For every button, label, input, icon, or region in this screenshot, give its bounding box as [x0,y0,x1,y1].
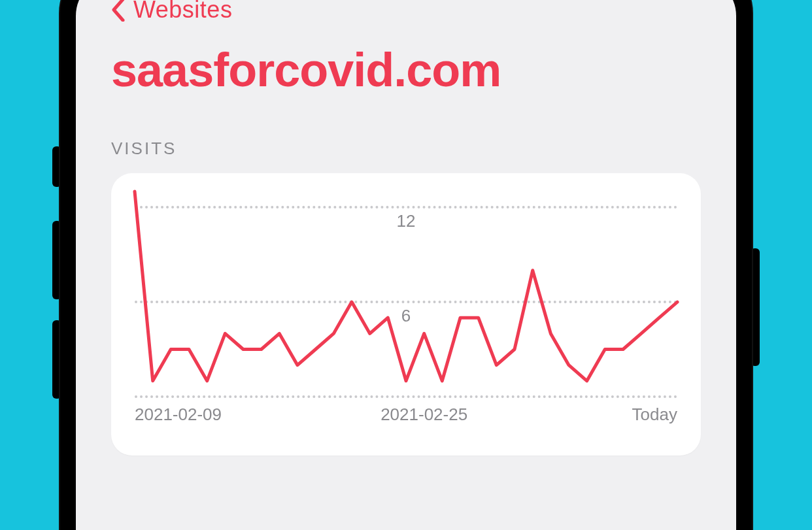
chevron-left-icon [111,0,126,22]
chart-x-tick-label: Today [632,405,677,425]
chart-line [135,191,677,397]
section-label: VISITS [76,97,736,159]
screen: Websites saasforcovid.com VISITS 612 202… [76,0,736,530]
back-button[interactable]: Websites [76,0,267,24]
back-label: Websites [133,0,232,24]
phone-side-button [751,248,760,366]
page-title: saasforcovid.com [76,24,736,97]
chart-x-tick-label: 2021-02-09 [135,405,222,425]
chart-x-tick-label: 2021-02-25 [381,405,467,425]
visits-chart[interactable]: 612 2021-02-092021-02-25Today [135,191,677,436]
phone-frame: Websites saasforcovid.com VISITS 612 202… [60,0,752,530]
visits-chart-card: 612 2021-02-092021-02-25Today [111,173,701,455]
